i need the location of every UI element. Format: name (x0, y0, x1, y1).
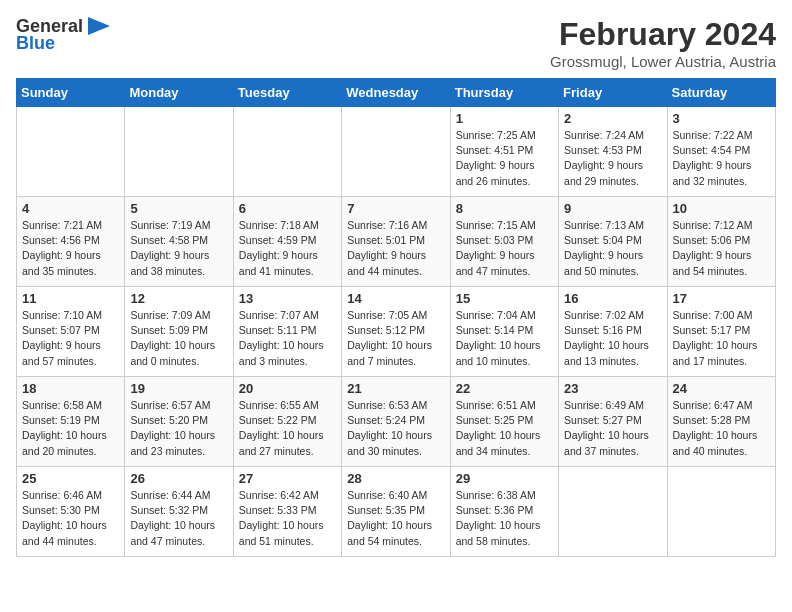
calendar-cell: 20Sunrise: 6:55 AM Sunset: 5:22 PM Dayli… (233, 377, 341, 467)
day-number: 24 (673, 381, 770, 396)
calendar-cell (233, 107, 341, 197)
day-info: Sunrise: 7:09 AM Sunset: 5:09 PM Dayligh… (130, 308, 227, 369)
day-info: Sunrise: 7:18 AM Sunset: 4:59 PM Dayligh… (239, 218, 336, 279)
day-info: Sunrise: 6:55 AM Sunset: 5:22 PM Dayligh… (239, 398, 336, 459)
day-number: 22 (456, 381, 553, 396)
day-number: 12 (130, 291, 227, 306)
day-number: 23 (564, 381, 661, 396)
day-info: Sunrise: 6:44 AM Sunset: 5:32 PM Dayligh… (130, 488, 227, 549)
day-number: 26 (130, 471, 227, 486)
calendar-cell: 9Sunrise: 7:13 AM Sunset: 5:04 PM Daylig… (559, 197, 667, 287)
day-info: Sunrise: 7:21 AM Sunset: 4:56 PM Dayligh… (22, 218, 119, 279)
day-info: Sunrise: 6:38 AM Sunset: 5:36 PM Dayligh… (456, 488, 553, 549)
day-info: Sunrise: 7:13 AM Sunset: 5:04 PM Dayligh… (564, 218, 661, 279)
calendar-cell (342, 107, 450, 197)
day-number: 5 (130, 201, 227, 216)
day-number: 1 (456, 111, 553, 126)
calendar-cell: 21Sunrise: 6:53 AM Sunset: 5:24 PM Dayli… (342, 377, 450, 467)
calendar-cell: 3Sunrise: 7:22 AM Sunset: 4:54 PM Daylig… (667, 107, 775, 197)
day-number: 25 (22, 471, 119, 486)
calendar-week-row: 11Sunrise: 7:10 AM Sunset: 5:07 PM Dayli… (17, 287, 776, 377)
calendar-week-row: 4Sunrise: 7:21 AM Sunset: 4:56 PM Daylig… (17, 197, 776, 287)
day-number: 20 (239, 381, 336, 396)
col-header-wednesday: Wednesday (342, 79, 450, 107)
day-number: 18 (22, 381, 119, 396)
day-info: Sunrise: 7:16 AM Sunset: 5:01 PM Dayligh… (347, 218, 444, 279)
calendar-week-row: 25Sunrise: 6:46 AM Sunset: 5:30 PM Dayli… (17, 467, 776, 557)
day-info: Sunrise: 7:22 AM Sunset: 4:54 PM Dayligh… (673, 128, 770, 189)
day-info: Sunrise: 6:49 AM Sunset: 5:27 PM Dayligh… (564, 398, 661, 459)
day-info: Sunrise: 6:51 AM Sunset: 5:25 PM Dayligh… (456, 398, 553, 459)
col-header-monday: Monday (125, 79, 233, 107)
day-info: Sunrise: 6:58 AM Sunset: 5:19 PM Dayligh… (22, 398, 119, 459)
col-header-saturday: Saturday (667, 79, 775, 107)
day-number: 15 (456, 291, 553, 306)
day-number: 14 (347, 291, 444, 306)
day-number: 27 (239, 471, 336, 486)
page-header: General Blue February 2024 Grossmugl, Lo… (16, 16, 776, 70)
calendar-cell: 16Sunrise: 7:02 AM Sunset: 5:16 PM Dayli… (559, 287, 667, 377)
day-info: Sunrise: 7:12 AM Sunset: 5:06 PM Dayligh… (673, 218, 770, 279)
logo-flag-icon (88, 17, 110, 35)
calendar-cell: 1Sunrise: 7:25 AM Sunset: 4:51 PM Daylig… (450, 107, 558, 197)
day-number: 13 (239, 291, 336, 306)
day-info: Sunrise: 7:02 AM Sunset: 5:16 PM Dayligh… (564, 308, 661, 369)
calendar-cell: 17Sunrise: 7:00 AM Sunset: 5:17 PM Dayli… (667, 287, 775, 377)
title-section: February 2024 Grossmugl, Lower Austria, … (550, 16, 776, 70)
day-number: 4 (22, 201, 119, 216)
day-info: Sunrise: 7:05 AM Sunset: 5:12 PM Dayligh… (347, 308, 444, 369)
calendar-cell: 6Sunrise: 7:18 AM Sunset: 4:59 PM Daylig… (233, 197, 341, 287)
calendar-cell: 19Sunrise: 6:57 AM Sunset: 5:20 PM Dayli… (125, 377, 233, 467)
day-info: Sunrise: 7:10 AM Sunset: 5:07 PM Dayligh… (22, 308, 119, 369)
logo-blue-text: Blue (16, 33, 55, 54)
day-info: Sunrise: 7:04 AM Sunset: 5:14 PM Dayligh… (456, 308, 553, 369)
day-info: Sunrise: 7:07 AM Sunset: 5:11 PM Dayligh… (239, 308, 336, 369)
calendar-cell (667, 467, 775, 557)
day-number: 16 (564, 291, 661, 306)
day-info: Sunrise: 6:57 AM Sunset: 5:20 PM Dayligh… (130, 398, 227, 459)
calendar-cell: 24Sunrise: 6:47 AM Sunset: 5:28 PM Dayli… (667, 377, 775, 467)
col-header-thursday: Thursday (450, 79, 558, 107)
calendar-cell: 23Sunrise: 6:49 AM Sunset: 5:27 PM Dayli… (559, 377, 667, 467)
calendar-cell: 18Sunrise: 6:58 AM Sunset: 5:19 PM Dayli… (17, 377, 125, 467)
location-subtitle: Grossmugl, Lower Austria, Austria (550, 53, 776, 70)
day-number: 11 (22, 291, 119, 306)
day-info: Sunrise: 7:19 AM Sunset: 4:58 PM Dayligh… (130, 218, 227, 279)
calendar-cell: 4Sunrise: 7:21 AM Sunset: 4:56 PM Daylig… (17, 197, 125, 287)
calendar-cell: 8Sunrise: 7:15 AM Sunset: 5:03 PM Daylig… (450, 197, 558, 287)
calendar-week-row: 1Sunrise: 7:25 AM Sunset: 4:51 PM Daylig… (17, 107, 776, 197)
day-number: 7 (347, 201, 444, 216)
day-number: 6 (239, 201, 336, 216)
day-info: Sunrise: 7:00 AM Sunset: 5:17 PM Dayligh… (673, 308, 770, 369)
day-number: 29 (456, 471, 553, 486)
col-header-sunday: Sunday (17, 79, 125, 107)
calendar-table: SundayMondayTuesdayWednesdayThursdayFrid… (16, 78, 776, 557)
calendar-cell: 2Sunrise: 7:24 AM Sunset: 4:53 PM Daylig… (559, 107, 667, 197)
calendar-cell: 11Sunrise: 7:10 AM Sunset: 5:07 PM Dayli… (17, 287, 125, 377)
calendar-cell: 14Sunrise: 7:05 AM Sunset: 5:12 PM Dayli… (342, 287, 450, 377)
calendar-cell: 27Sunrise: 6:42 AM Sunset: 5:33 PM Dayli… (233, 467, 341, 557)
calendar-cell (559, 467, 667, 557)
calendar-cell: 10Sunrise: 7:12 AM Sunset: 5:06 PM Dayli… (667, 197, 775, 287)
day-info: Sunrise: 6:46 AM Sunset: 5:30 PM Dayligh… (22, 488, 119, 549)
day-number: 19 (130, 381, 227, 396)
day-number: 9 (564, 201, 661, 216)
calendar-cell: 25Sunrise: 6:46 AM Sunset: 5:30 PM Dayli… (17, 467, 125, 557)
day-number: 21 (347, 381, 444, 396)
day-info: Sunrise: 6:42 AM Sunset: 5:33 PM Dayligh… (239, 488, 336, 549)
calendar-cell (17, 107, 125, 197)
calendar-header-row: SundayMondayTuesdayWednesdayThursdayFrid… (17, 79, 776, 107)
calendar-cell: 29Sunrise: 6:38 AM Sunset: 5:36 PM Dayli… (450, 467, 558, 557)
calendar-week-row: 18Sunrise: 6:58 AM Sunset: 5:19 PM Dayli… (17, 377, 776, 467)
day-info: Sunrise: 7:24 AM Sunset: 4:53 PM Dayligh… (564, 128, 661, 189)
day-info: Sunrise: 6:53 AM Sunset: 5:24 PM Dayligh… (347, 398, 444, 459)
svg-marker-0 (88, 17, 110, 35)
day-number: 10 (673, 201, 770, 216)
calendar-cell: 5Sunrise: 7:19 AM Sunset: 4:58 PM Daylig… (125, 197, 233, 287)
day-number: 8 (456, 201, 553, 216)
calendar-cell: 26Sunrise: 6:44 AM Sunset: 5:32 PM Dayli… (125, 467, 233, 557)
logo: General Blue (16, 16, 110, 54)
day-number: 3 (673, 111, 770, 126)
col-header-friday: Friday (559, 79, 667, 107)
calendar-cell: 15Sunrise: 7:04 AM Sunset: 5:14 PM Dayli… (450, 287, 558, 377)
